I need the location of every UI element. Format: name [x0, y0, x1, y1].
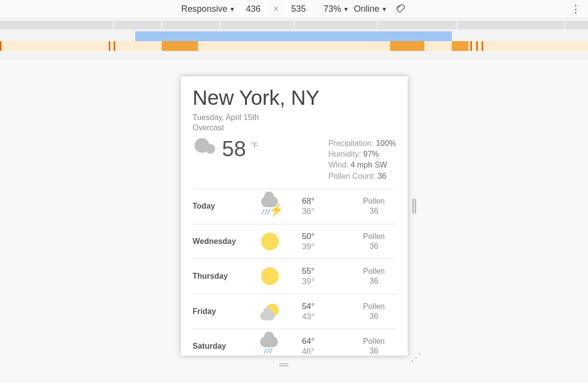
forecast-high: 55° [291, 266, 325, 276]
viewport-height-input[interactable] [285, 3, 312, 15]
device-frame: New York, NY Tuesday, April 15th Overcas… [181, 76, 408, 356]
humidity-value: 97% [363, 150, 379, 158]
ruler-segment [0, 21, 113, 29]
current-temperature: 58 °F [222, 138, 258, 160]
forecast-day-icon [253, 233, 287, 250]
ruler-track-viewport[interactable] [0, 31, 588, 41]
network-select-label: Online [354, 4, 379, 14]
forecast-temperatures: 50°39° [291, 231, 325, 252]
weather-card: New York, NY Tuesday, April 15th Overcas… [181, 76, 408, 356]
forecast-pollen-value: 36 [352, 206, 396, 216]
ruler-current-viewport [135, 31, 452, 41]
forecast-high: 54° [291, 301, 325, 311]
device-toolbar: Responsive ▼ × 73% ▼ Online ▼ ⋮ [0, 0, 588, 19]
forecast-pollen: Pollen36 [352, 302, 396, 321]
forecast-temperatures: 64°46° [291, 336, 325, 356]
forecast-high: 68° [291, 196, 325, 206]
forecast-pollen-label: Pollen [352, 266, 396, 276]
wind-label: Wind: [328, 161, 348, 169]
rain-icon: /// [259, 336, 281, 356]
forecast-row[interactable]: Thursday55°39°Pollen36 [193, 259, 396, 294]
forecast-day-icon: ⚡/// [253, 196, 287, 216]
overcast-icon [193, 138, 216, 155]
forecast-day-icon: /// [253, 336, 287, 356]
ruler-segment [565, 21, 588, 29]
device-viewport-area: New York, NY Tuesday, April 15th Overcas… [0, 59, 588, 383]
chevron-down-icon: ▼ [343, 6, 349, 13]
thunderstorm-icon: ⚡/// [259, 196, 281, 216]
forecast-temperatures: 54°43° [291, 301, 325, 322]
partly-cloudy-icon [259, 303, 281, 320]
forecast-pollen: Pollen36 [352, 336, 396, 356]
rotate-icon[interactable] [395, 3, 407, 15]
ruler-tick [476, 41, 478, 51]
current-conditions: 58 °F Precipitation: 100% Humidity: 97% … [193, 138, 396, 182]
precipitation-label: Precipitation: [328, 139, 374, 147]
resize-handle-bottom[interactable]: ═ [279, 357, 287, 372]
forecast-pollen-value: 36 [352, 241, 396, 251]
forecast-pollen: Pollen36 [352, 232, 396, 251]
forecast-row[interactable]: Saturday///64°46°Pollen36 [193, 329, 396, 356]
forecast-pollen-value: 36 [352, 346, 396, 356]
more-options-button[interactable]: ⋮ [570, 0, 581, 19]
forecast-day-name: Wednesday [193, 237, 249, 246]
forecast-pollen-label: Pollen [352, 232, 396, 241]
zoom-select[interactable]: 73% ▼ [323, 4, 349, 14]
viewport-width-input[interactable] [240, 3, 267, 15]
forecast-temperatures: 55°39° [291, 266, 325, 287]
condition-text: Overcast [193, 123, 396, 133]
forecast-day-icon [253, 267, 287, 285]
ruler-tick [109, 41, 110, 51]
forecast-day-name: Friday [193, 307, 249, 316]
forecast-pollen-label: Pollen [352, 196, 396, 206]
forecast-day-icon [253, 303, 287, 320]
precipitation-value: 100% [376, 139, 396, 147]
breakpoints-ruler [0, 21, 588, 59]
device-select-label: Responsive [181, 4, 227, 14]
pollen-label: Pollen Count: [328, 172, 375, 180]
forecast-low: 43° [291, 311, 325, 322]
forecast-low: 36° [291, 206, 325, 216]
ruler-track-breakpoints[interactable] [0, 21, 588, 31]
pollen-value: 36 [378, 172, 387, 180]
chevron-down-icon: ▼ [381, 6, 387, 13]
forecast-pollen-value: 36 [352, 311, 396, 321]
ruler-track-media-queries[interactable] [0, 41, 588, 51]
forecast-pollen-label: Pollen [352, 336, 396, 346]
forecast-pollen-label: Pollen [352, 302, 396, 311]
ruler-media-query-range[interactable] [452, 41, 468, 51]
ruler-tick [114, 41, 115, 51]
forecast-high: 50° [291, 231, 325, 241]
device-select[interactable]: Responsive ▼ [181, 4, 235, 14]
ruler-segment [114, 21, 161, 29]
chevron-down-icon: ▼ [229, 6, 235, 13]
ruler-segment [220, 21, 294, 29]
forecast-pollen: Pollen36 [352, 266, 396, 286]
ruler-segment [378, 21, 456, 29]
forecast-high: 64° [291, 336, 325, 346]
forecast-low: 39° [291, 276, 325, 287]
resize-handle-right[interactable]: ‖ [411, 196, 416, 214]
ruler-segment [162, 21, 220, 29]
ruler-tick [482, 41, 483, 51]
wind-value: 4 mph SW [350, 161, 387, 169]
dimension-separator: × [271, 4, 281, 14]
forecast-temperatures: 68°36° [291, 196, 325, 217]
kebab-icon: ⋮ [570, 4, 581, 15]
location-title: New York, NY [193, 86, 396, 110]
humidity-label: Humidity: [328, 150, 361, 158]
forecast-low: 39° [291, 241, 325, 252]
ruler-tick [0, 41, 1, 51]
forecast-pollen-value: 36 [352, 276, 396, 286]
network-select[interactable]: Online ▼ [354, 4, 387, 14]
forecast-row[interactable]: Today⚡///68°36°Pollen36 [193, 189, 396, 224]
ruler-media-query-range[interactable] [162, 41, 198, 51]
ruler-media-query-range[interactable] [390, 41, 424, 51]
resize-handle-corner[interactable]: ⋰ [411, 351, 421, 364]
forecast-row[interactable]: Friday54°43°Pollen36 [193, 294, 396, 329]
forecast-day-name: Today [193, 202, 249, 211]
forecast-row[interactable]: Wednesday50°39°Pollen36 [193, 224, 396, 259]
temperature-value: 58 [222, 138, 246, 160]
forecast-day-name: Thursday [193, 272, 249, 281]
date-text: Tuesday, April 15th [193, 113, 396, 123]
